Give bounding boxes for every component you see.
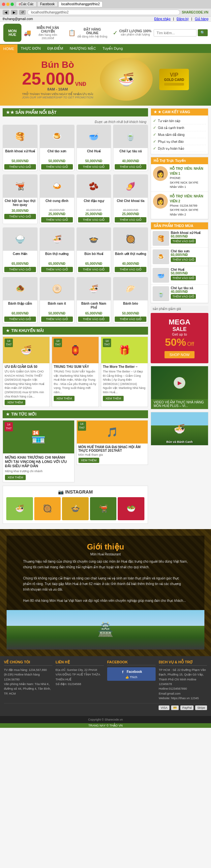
add-to-cart-button[interactable]: THÊM VÀO GIỎ — [41, 217, 73, 222]
back-btn[interactable]: ◀ — [3, 10, 9, 15]
product-name: Cơm Hến — [4, 252, 36, 261]
support-label: Nhân Viên 1 — [170, 185, 206, 189]
play-button[interactable]: ▶ — [174, 377, 185, 389]
tin-tuc-header: ★ TIN TỨC MỚI — [3, 410, 148, 418]
add-to-cart-button[interactable]: THÊM VÀO GIỎ — [4, 316, 36, 322]
add-to-cart-button[interactable]: THÊM VÀO GIỎ — [78, 217, 110, 222]
footer-address1: Văn phòng Miền Nam: Tòa Nhà K, đường số … — [4, 682, 52, 696]
nav-recruitment[interactable]: Tuyển Dụng — [99, 44, 126, 53]
xem-them-button[interactable]: XEM THÊM — [54, 396, 75, 401]
product-image: 🫘 — [77, 175, 111, 198]
support-section: Hỗ Trợ Trực Tuyến 👩 HỖ TRỢ VIÊN: NHÂN VI… — [151, 157, 208, 219]
cam-ket-title: ★ ★ CAM KẾT VÀNG — [151, 108, 208, 116]
add-to-cart-button[interactable]: THÊM VÀO GIỎ — [78, 164, 110, 169]
nav-franchise[interactable]: NHƯỢNG MẶC — [66, 44, 99, 53]
tab-cococ[interactable]: cCốc Cốc — [16, 1, 36, 7]
star-icon: ★ — [6, 412, 9, 416]
add-to-cart-button[interactable]: THÊM VÀO GIỎ — [41, 164, 73, 169]
add-to-cart-button[interactable]: THÊM VÀO GIỎ — [41, 316, 73, 322]
add-to-cart-button[interactable]: THÊM VÀO GIỎ — [115, 164, 147, 169]
fp-add-button[interactable]: THÊM VÀO GIỎ — [171, 294, 196, 299]
product-card: 🫘 Chè đậu ngự 40,000VNĐ 25,000VNĐ THÊM V… — [77, 175, 111, 224]
nav-home[interactable]: HOME — [0, 44, 18, 53]
search-button[interactable]: 🔍 — [198, 29, 208, 36]
product-card: 🥣 Ché Huế 50,000VNĐ THÊM VÀO GIỎ — [77, 125, 111, 171]
search-input[interactable] — [154, 29, 196, 36]
star-icon: ★ — [6, 110, 10, 115]
product-card: 🍜 Bánh canh Nam Phổ 65,000VNĐ THÊM VÀO G… — [77, 277, 111, 323]
add-to-cart-button[interactable]: THÊM VÀO GIỎ — [4, 214, 36, 219]
add-to-cart-button[interactable]: THÊM VÀO GIỎ — [41, 267, 73, 272]
featured-sidebar-title: SẢN PHẨM THEO MÙA — [151, 222, 208, 229]
instagram-title: 📷 INSTAGRAM — [6, 489, 144, 495]
sale-banner: MEGA SALE Get up to 50% Off SHOP NOW — [151, 313, 208, 363]
instagram-item[interactable]: 🫕 — [90, 497, 117, 520]
facebook-widget[interactable]: f Facebook 👍 Thích — [107, 667, 156, 681]
add-to-cart-button[interactable]: THÊM VÀO GIỎ — [115, 267, 147, 272]
product-name: Ché Huế — [78, 149, 110, 159]
banner-vip-card: VIP GOLD CARD — [159, 69, 189, 90]
product-image: 🧆 — [3, 277, 37, 301]
fp-add-button[interactable]: THÊM VÀO GIỎ — [171, 276, 196, 280]
products-note: Được ưa thích nhất bởi khách hàng — [3, 119, 148, 125]
tin-tuc-image: 🎵 14TH7 — [77, 421, 148, 443]
footer-about-title: VỀ CHÚNG TÔI — [4, 660, 52, 665]
footer-contact-title: LIÊN HỆ — [56, 660, 104, 665]
product-image: 🥣 — [77, 125, 111, 148]
instagram-item[interactable]: 🍲 — [62, 497, 89, 520]
right-column: ★ ★ CAM KẾT VÀNG ✓Tư vấn tốn cấp ✓Giá cả… — [151, 108, 208, 526]
video-thumbnail[interactable]: 🌿 ▶ — [151, 366, 208, 399]
check-icon: ✓ — [153, 132, 156, 137]
login-link[interactable]: Đăng nhập — [154, 17, 170, 21]
instagram-item[interactable]: 🥗 — [118, 497, 144, 520]
product-card: 🫕 Chè bột lọc bọc thịt heo quay 30,000VN… — [3, 175, 37, 224]
url-bar[interactable]: localhost/thuhanggetthio2 — [27, 9, 180, 15]
instagram-item[interactable]: 🍜 — [6, 497, 33, 520]
footer-service-address: TP HCM : Số 22 Đường Phạm Văn Bạch, Phườ… — [159, 668, 207, 687]
nav-menu[interactable]: THỰC ĐƠN — [18, 44, 44, 53]
fp-add-button[interactable]: THÊM VÀO GIỎ — [171, 239, 196, 244]
product-price: 65,000VNĐ — [78, 262, 110, 266]
site-footer: VỀ CHÚNG TÔI TV đặt mua hàng: 1234,567,8… — [0, 656, 211, 716]
add-to-cart-button[interactable]: THÊM VÀO GIỎ — [115, 217, 147, 222]
fp-add-button[interactable]: THÊM VÀO GIỎ — [171, 257, 196, 262]
cart-link[interactable]: Giỏ hàng — [195, 17, 208, 21]
forward-btn[interactable]: ▶ — [11, 10, 18, 15]
support-title: Hỗ Trợ Trực Tuyến — [151, 157, 208, 164]
product-name: Bánh ướt thịt nướng — [115, 252, 147, 261]
add-to-cart-button[interactable]: THÊM VÀO GIỎ — [4, 267, 36, 272]
add-to-cart-button[interactable]: THÊM VÀO GIỎ — [4, 164, 36, 169]
xem-them-button[interactable]: XEM THÊM — [103, 396, 124, 401]
fp-name: Ché tào xơn — [171, 249, 196, 253]
add-to-cart-button[interactable]: THÊM VÀO GIỎ — [78, 267, 110, 272]
add-to-cart-button[interactable]: THÊM VÀO GIỎ — [78, 316, 110, 322]
banner-desc-en: JOIN OUR VIP MEMBERSHIP TO GET PROMOTION — [22, 96, 93, 99]
refresh-btn[interactable]: ↺ — [19, 10, 26, 15]
instagram-section: 📷 INSTAGRAM 🍜 🥘 🍲 🫕 🥗 — [3, 486, 148, 524]
check-icon: ✓ — [153, 125, 156, 130]
main-nav: HOME THỰC ĐƠN ĐỊA ĐIỂM NHƯỢNG MẶC Tuyển … — [0, 44, 211, 53]
register-link[interactable]: Đăng ký — [177, 17, 189, 21]
shop-now-button[interactable]: SHOP NOW — [164, 351, 194, 358]
benefit-shipping: 🚚 MIỄN PHÍ VẬN CHUYỂN đơn hàng trên 200,… — [24, 26, 63, 40]
xem-them-button[interactable]: XEM THÊM — [5, 475, 26, 480]
product-image: 🍜 — [40, 228, 74, 251]
instagram-item[interactable]: 🥘 — [34, 497, 61, 520]
tab-active[interactable]: localhost/thuhangget/thio2 — [58, 1, 103, 7]
product-name: Bánh canh Nam Phổ — [78, 302, 110, 311]
product-card: 🍠 Chè Chè khoai tía 40,000VNĐ 25,000VNĐ … — [113, 175, 148, 224]
bun-banh-canh-section: Bún và Bánh Canh 🍜 — [151, 412, 208, 445]
add-to-cart-button[interactable]: THÊM VÀO GIỎ — [115, 316, 147, 322]
news-image: 🍜 14TH7 — [3, 337, 49, 363]
tab-facebook[interactable]: Facebook — [37, 1, 58, 7]
product-price: 25,000VNĐ — [78, 212, 110, 216]
footer-service-title: DỊCH VỤ & HỖ TRỢ — [159, 660, 207, 665]
xem-them-button[interactable]: XEM THÊM — [78, 458, 99, 463]
nav-location[interactable]: ĐỊA ĐIỂM — [44, 44, 67, 53]
instagram-grid: 🍜 🥘 🍲 🫕 🥗 — [6, 497, 144, 520]
xem-them-button[interactable]: XEM THÊM — [5, 400, 25, 405]
product-card: 🍜 Bún thịt nướng 65,000VNĐ THÊM VÀO GIỎ — [39, 227, 75, 274]
product-price: 50,000VNĐ — [78, 159, 110, 163]
bun-banh-canh-image: Bún và Bánh Canh 🍜 — [151, 412, 208, 445]
site-header: MON HUE 🚚 MIỄN PHÍ VẬN CHUYỂN đơn hàng t… — [0, 22, 211, 44]
